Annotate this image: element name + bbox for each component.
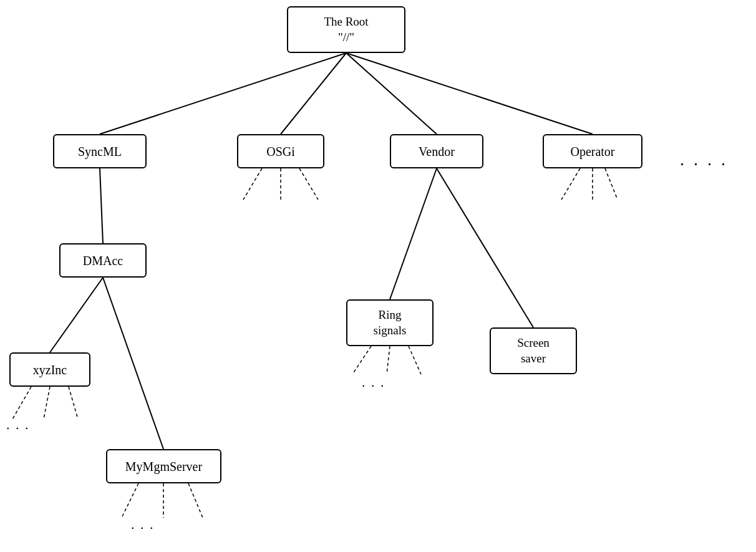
svg-line-21: [122, 483, 138, 518]
node-dmacc: DMAcc: [59, 243, 147, 278]
node-mymgmserver: MyMgmServer: [106, 449, 221, 483]
node-vendor: Vendor: [390, 134, 483, 168]
svg-line-16: [44, 387, 50, 419]
svg-line-6: [103, 278, 163, 449]
node-osgi: OSGi: [237, 134, 324, 168]
svg-line-5: [50, 278, 103, 352]
node-root: The Root "//": [287, 6, 405, 53]
node-ringsignals: Ring signals: [346, 299, 434, 346]
ellipsis-xyzinc: . . .: [6, 417, 30, 433]
svg-line-17: [69, 387, 78, 419]
node-screensaver: Screen saver: [490, 327, 577, 374]
tree-diagram: The Root "//" SyncML OSGi Vendor Operato…: [0, 0, 756, 552]
svg-line-20: [409, 346, 421, 374]
svg-line-7: [390, 168, 437, 299]
node-operator: Operator: [543, 134, 642, 168]
svg-line-11: [299, 168, 318, 200]
svg-line-18: [352, 346, 371, 374]
ellipsis-mymgmserver: . . .: [131, 516, 155, 533]
svg-line-14: [605, 168, 618, 200]
ellipsis-ringsignals: . . .: [362, 374, 385, 390]
svg-line-2: [346, 53, 437, 134]
svg-line-3: [346, 53, 593, 134]
svg-line-0: [100, 53, 346, 134]
node-syncml: SyncML: [53, 134, 147, 168]
node-xyzinc: xyzInc: [9, 352, 90, 387]
svg-line-19: [387, 346, 390, 374]
svg-line-23: [188, 483, 203, 518]
svg-line-12: [561, 168, 580, 200]
svg-line-15: [12, 387, 31, 419]
ellipsis-operator-right: . . . .: [680, 150, 728, 170]
svg-line-8: [437, 168, 533, 327]
svg-line-4: [100, 168, 103, 243]
svg-line-1: [281, 53, 346, 134]
svg-line-9: [243, 168, 262, 200]
